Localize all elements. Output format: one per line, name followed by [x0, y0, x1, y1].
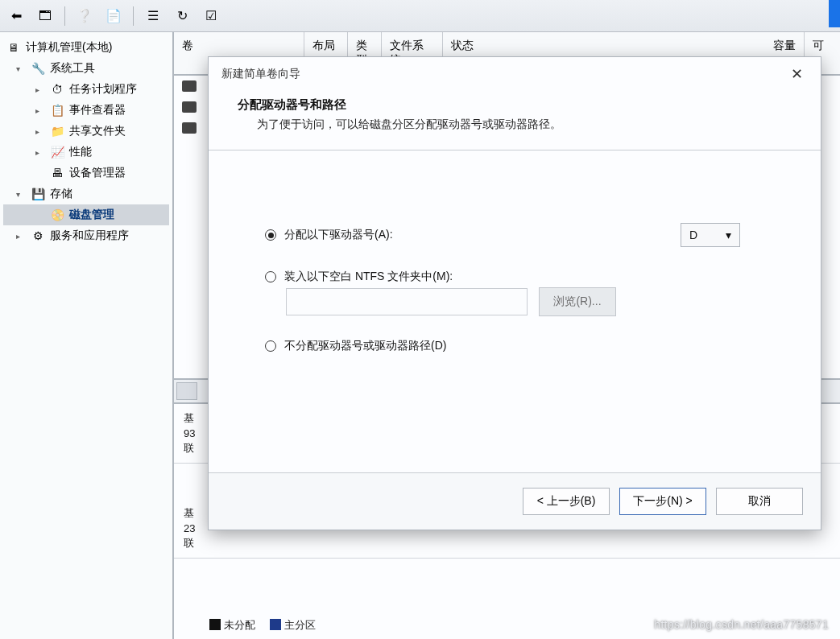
tree-root-label: 计算机管理(本地): [26, 40, 112, 55]
volume-icon: [182, 122, 197, 134]
radio-mount[interactable]: [265, 271, 276, 282]
storage-icon: 💾: [31, 187, 45, 201]
tree-root[interactable]: 🖥 计算机管理(本地): [3, 37, 169, 58]
tree-performance[interactable]: ▸📈性能: [3, 142, 169, 163]
chart-icon: 📈: [50, 145, 64, 159]
partition-legend: 未分配 主分区: [209, 618, 316, 633]
radio-none[interactable]: [265, 340, 276, 352]
computer-icon: 🖥: [6, 40, 21, 55]
dialog-title: 新建简单卷向导: [221, 67, 300, 81]
dialog-titlebar[interactable]: 新建简单卷向导 ✕: [209, 57, 821, 91]
volume-icon: [182, 101, 197, 113]
folder-icon: 📁: [50, 124, 64, 138]
chevron-right-icon: ▸: [35, 106, 45, 115]
scroll-thumb[interactable]: [176, 382, 197, 400]
separator: [133, 6, 134, 26]
nav-tree: 🖥 计算机管理(本地) ▾🔧系统工具 ▸⏱任务计划程序 ▸📋事件查看器 ▸📁共享…: [0, 32, 174, 639]
disk-icon: 📀: [50, 208, 64, 222]
log-icon: 📋: [50, 103, 64, 117]
help-icon[interactable]: ❔: [75, 6, 94, 26]
disk-status: 联: [184, 535, 830, 551]
browse-button[interactable]: 浏览(R)...: [539, 287, 616, 316]
chevron-down-icon: ▾: [16, 190, 26, 199]
tree-event-viewer[interactable]: ▸📋事件查看器: [3, 100, 169, 121]
option-label: 不分配驱动器号或驱动器路径(D): [284, 339, 446, 353]
tree-services[interactable]: ▸⚙服务和应用程序: [3, 225, 169, 246]
drive-letter-select[interactable]: D ▾: [681, 223, 740, 247]
tree-label: 任务计划程序: [69, 82, 137, 97]
tree-shared-folders[interactable]: ▸📁共享文件夹: [3, 121, 169, 142]
tree-storage[interactable]: ▾💾存储: [3, 183, 169, 204]
chevron-right-icon: ▸: [35, 127, 45, 136]
tree-label: 事件查看器: [69, 103, 126, 117]
dialog-heading: 分配驱动器号和路径: [238, 97, 792, 113]
clock-icon: ⏱: [50, 82, 64, 97]
refresh-icon[interactable]: ↻: [172, 6, 192, 26]
option-label: 分配以下驱动器号(A):: [284, 228, 393, 242]
checkbox-icon[interactable]: ☑: [201, 6, 221, 26]
mount-path-input[interactable]: [286, 288, 528, 315]
chevron-right-icon: ▸: [35, 148, 45, 157]
swatch-blue-icon: [270, 619, 281, 630]
legend-unallocated: 未分配: [209, 618, 255, 633]
folder-icon[interactable]: 📄: [104, 6, 123, 26]
tree-label: 共享文件夹: [69, 124, 126, 138]
tree-label: 设备管理器: [69, 166, 126, 180]
chevron-right-icon: ▸: [16, 232, 26, 241]
tree-disk-management[interactable]: 📀磁盘管理: [3, 204, 169, 225]
option-label: 装入以下空白 NTFS 文件夹中(M):: [284, 270, 453, 284]
dialog-footer: < 上一步(B) 下一步(N) > 取消: [209, 472, 821, 530]
back-arrow-icon[interactable]: ⬅: [6, 6, 26, 26]
volume-icon: [182, 80, 197, 92]
chevron-down-icon: ▾: [16, 64, 26, 73]
dialog-subheading: 为了便于访问，可以给磁盘分区分配驱动器号或驱动器路径。: [238, 117, 792, 132]
tree-label: 系统工具: [50, 61, 95, 76]
tree-system-tools[interactable]: ▾🔧系统工具: [3, 58, 169, 79]
tree-label: 服务和应用程序: [50, 229, 129, 243]
back-button[interactable]: < 上一步(B): [523, 488, 610, 515]
close-icon[interactable]: ✕: [786, 65, 808, 83]
tree-label: 存储: [50, 187, 72, 201]
list-icon[interactable]: ☰: [143, 6, 163, 26]
chevron-down-icon: ▾: [726, 229, 731, 241]
option-assign-letter[interactable]: 分配以下驱动器号(A): D ▾: [265, 223, 764, 247]
radio-assign[interactable]: [265, 229, 276, 241]
app-icon[interactable]: 🗔: [35, 6, 55, 26]
drive-letter-value: D: [689, 229, 697, 241]
watermark-text: https://blog.csdn.net/aaa7758571: [654, 618, 829, 631]
dialog-body: 分配以下驱动器号(A): D ▾ 装入以下空白 NTFS 文件夹中(M): 浏览…: [209, 150, 821, 472]
separator: [64, 6, 65, 26]
option-mount-folder[interactable]: 装入以下空白 NTFS 文件夹中(M):: [265, 270, 764, 284]
mount-path-row: 浏览(R)...: [265, 287, 764, 316]
legend-primary: 主分区: [270, 618, 316, 633]
blue-edge-strip: [829, 0, 840, 27]
tree-task-scheduler[interactable]: ▸⏱任务计划程序: [3, 79, 169, 100]
next-button[interactable]: 下一步(N) >: [619, 488, 706, 515]
tree-label: 磁盘管理: [69, 208, 114, 222]
device-icon: 🖶: [50, 166, 64, 180]
cancel-button[interactable]: 取消: [716, 488, 803, 515]
tree-device-manager[interactable]: 🖶设备管理器: [3, 163, 169, 183]
chevron-right-icon: ▸: [35, 85, 45, 94]
new-volume-wizard-dialog: 新建简单卷向导 ✕ 分配驱动器号和路径 为了便于访问，可以给磁盘分区分配驱动器号…: [208, 56, 821, 530]
main-toolbar: ⬅ 🗔 ❔ 📄 ☰ ↻ ☑: [0, 0, 840, 32]
gear-icon: ⚙: [31, 229, 45, 243]
tools-icon: 🔧: [31, 61, 45, 76]
swatch-black-icon: [209, 619, 221, 630]
dialog-header: 分配驱动器号和路径 为了便于访问，可以给磁盘分区分配驱动器号或驱动器路径。: [209, 91, 821, 150]
tree-label: 性能: [69, 145, 92, 159]
option-no-assign[interactable]: 不分配驱动器号或驱动器路径(D): [265, 339, 764, 353]
